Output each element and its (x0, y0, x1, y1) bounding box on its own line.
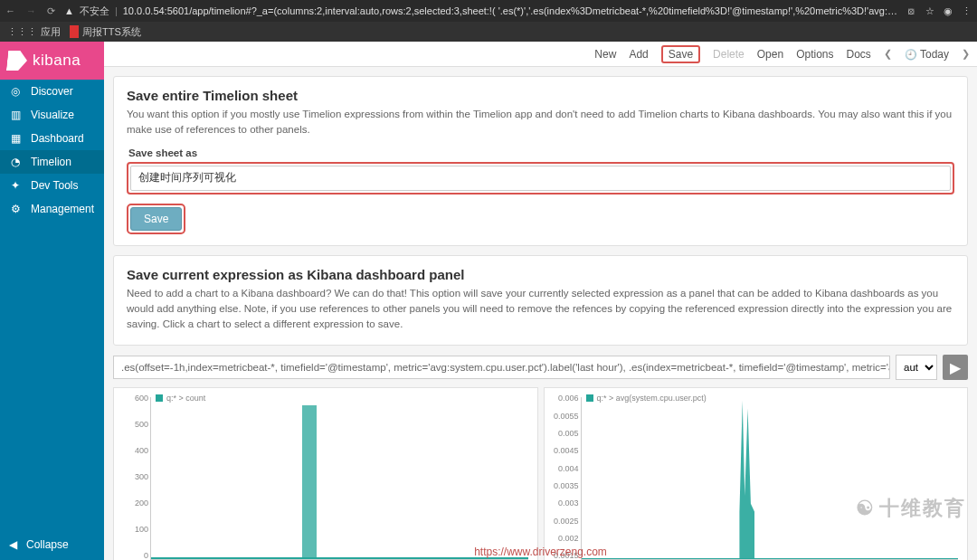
new-button[interactable]: New (594, 48, 616, 61)
chart-2-yaxis: 0.0060.00550.0050.00450.0040.00350.0030.… (548, 394, 579, 560)
open-button[interactable]: Open (757, 48, 783, 61)
sidebar-collapse[interactable]: ◀Collapse (0, 529, 104, 560)
wechat-icon: ☯ (856, 497, 876, 520)
chart-1-yaxis: 6005004003002001000 (118, 394, 148, 560)
save-sheet-input[interactable] (130, 166, 951, 191)
compass-icon: ◎ (9, 85, 22, 98)
options-button[interactable]: Options (796, 48, 833, 61)
expression-row: .es(offset=-1h,index=metricbeat-*, timef… (113, 355, 968, 380)
docs-button[interactable]: Docs (847, 48, 871, 61)
sidebar-item-devtools[interactable]: ✦Dev Tools (0, 174, 104, 197)
timelion-icon: ◔ (9, 156, 22, 168)
sidebar: kibana ◎Discover ▥Visualize ▦Dashboard ◔… (0, 42, 104, 560)
watermark: ☯十维教育 (856, 495, 966, 522)
security-label: 不安全 (80, 5, 109, 18)
save-sheet-desc: You want this option if you mostly use T… (127, 107, 954, 138)
profile-icon[interactable]: ◉ (944, 5, 953, 17)
brand-text: kibana (33, 52, 81, 70)
time-next-icon[interactable]: ❯ (962, 48, 970, 60)
sidebar-item-management[interactable]: ⚙Management (0, 197, 104, 221)
bookmark-bar: ⋮⋮⋮应用 周报TTS系统 (0, 22, 977, 42)
save-sheet-submit[interactable]: Save (130, 207, 182, 231)
chart-2[interactable]: q:* > avg(system.cpu.user.pct) 0.0060.00… (544, 387, 969, 560)
time-prev-icon[interactable]: ❮ (884, 48, 892, 60)
reload-icon[interactable]: ⟳ (47, 5, 55, 17)
add-button[interactable]: Add (629, 48, 648, 61)
main-content: New Add Save Delete Open Options Docs ❮ … (104, 42, 977, 560)
url-text[interactable]: 10.0.0.54:5601/app/timelion#?_a=(columns… (123, 5, 897, 16)
play-icon: ▶ (950, 359, 961, 376)
insecure-icon: ▲ (64, 5, 74, 16)
chart-grid: q:* > count 6005004003002001000 00:0002:… (104, 387, 977, 560)
play-button[interactable]: ▶ (943, 355, 968, 380)
collapse-icon: ◀ (9, 538, 17, 551)
save-sheet-title: Save entire Timelion sheet (127, 88, 954, 103)
delete-button[interactable]: Delete (713, 48, 745, 61)
save-expression-title: Save current expression as Kibana dashbo… (127, 267, 954, 282)
save-expression-panel: Save current expression as Kibana dashbo… (113, 255, 968, 346)
chart-1-plot (150, 397, 528, 560)
clock-icon: 🕘 (905, 49, 917, 60)
kibana-logo-icon (6, 51, 28, 71)
dashboard-icon: ▦ (9, 132, 22, 145)
sidebar-item-visualize[interactable]: ▥Visualize (0, 103, 104, 127)
save-sheet-label: Save sheet as (128, 147, 954, 158)
wrench-icon: ✦ (9, 179, 22, 192)
chart-2-plot (581, 397, 959, 560)
sidebar-item-timelion[interactable]: ◔Timelion (0, 150, 104, 174)
toolbar: New Add Save Delete Open Options Docs ❮ … (104, 42, 977, 67)
save-button[interactable]: Save (661, 45, 700, 63)
url-watermark: https://www.driverzeng.com (474, 546, 607, 558)
bar-chart-icon: ▥ (9, 109, 22, 121)
back-icon[interactable]: ← (5, 5, 15, 17)
time-picker[interactable]: 🕘 Today (905, 48, 949, 61)
browser-address-bar: ← → ⟳ ▲ 不安全 | 10.0.0.54:5601/app/timelio… (0, 0, 977, 22)
bookmark-star-icon[interactable]: ☆ (925, 5, 934, 17)
chart-1[interactable]: q:* > count 6005004003002001000 00:0002:… (113, 387, 538, 560)
sidebar-item-discover[interactable]: ◎Discover (0, 80, 104, 103)
gear-icon: ⚙ (9, 203, 22, 215)
translate-icon[interactable]: ⦻ (906, 5, 916, 17)
interval-select[interactable]: auto (896, 355, 937, 380)
bookmark-favicon (70, 25, 79, 38)
bookmark-item[interactable]: 周报TTS系统 (70, 25, 141, 39)
brand-logo[interactable]: kibana (0, 42, 104, 80)
save-sheet-panel: Save entire Timelion sheet You want this… (113, 76, 968, 246)
forward-icon[interactable]: → (26, 5, 36, 17)
save-expression-desc: Need to add a chart to a Kibana dashboar… (127, 286, 954, 333)
apps-shortcut[interactable]: ⋮⋮⋮应用 (7, 25, 61, 39)
sidebar-item-dashboard[interactable]: ▦Dashboard (0, 127, 104, 150)
expression-input[interactable]: .es(offset=-1h,index=metricbeat-*, timef… (113, 356, 890, 379)
menu-icon[interactable]: ⋮ (962, 5, 972, 17)
